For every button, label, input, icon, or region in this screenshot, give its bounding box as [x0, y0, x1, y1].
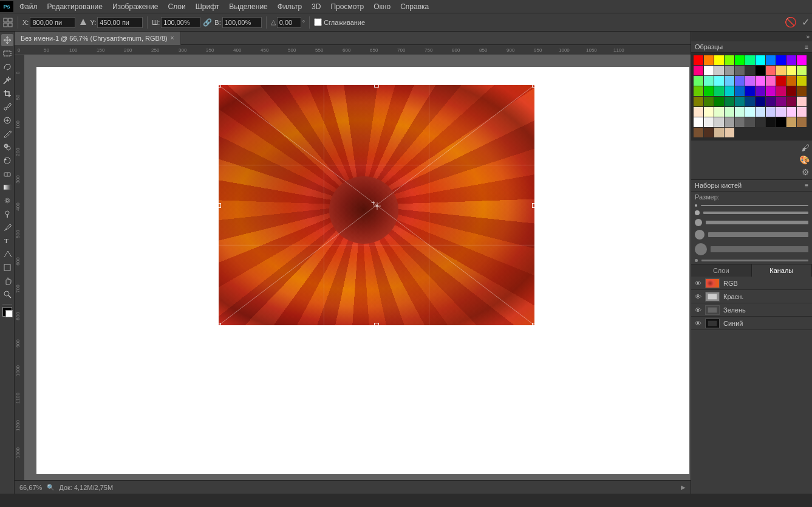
menu-help[interactable]: Справка — [395, 0, 434, 13]
tool-brush[interactable] — [1, 128, 13, 140]
swatch[interactable] — [776, 97, 786, 106]
swatch[interactable] — [756, 86, 765, 96]
tool-eyedropper[interactable] — [1, 101, 13, 113]
y-input[interactable] — [97, 17, 143, 28]
tool-zoom[interactable] — [1, 288, 13, 300]
layers-tab[interactable]: Слои — [691, 264, 752, 277]
swatch[interactable] — [745, 66, 755, 75]
swatches-header[interactable]: Образцы ≡ — [691, 41, 812, 53]
swatch[interactable] — [735, 55, 745, 65]
tool-move[interactable] — [1, 34, 13, 46]
handle-bottom-right[interactable] — [532, 323, 534, 325]
menu-window[interactable]: Окно — [369, 0, 395, 13]
swatch[interactable] — [786, 107, 796, 117]
swatch[interactable] — [694, 107, 703, 117]
swatch[interactable] — [694, 97, 703, 106]
swatch[interactable] — [735, 76, 745, 86]
image-container[interactable] — [219, 85, 534, 325]
swatch[interactable] — [704, 66, 714, 75]
menu-layers[interactable]: Слои — [163, 0, 191, 13]
swatch[interactable] — [714, 128, 724, 137]
swatch[interactable] — [786, 66, 796, 75]
tool-wand[interactable] — [1, 74, 13, 86]
swatch[interactable] — [725, 107, 734, 117]
swatch[interactable] — [725, 97, 734, 106]
scroll-right[interactable]: ▶ — [681, 484, 686, 491]
angle-input[interactable] — [277, 17, 301, 28]
swatch[interactable] — [766, 107, 776, 117]
h-input[interactable] — [222, 17, 262, 28]
handle-top-left[interactable] — [219, 85, 221, 88]
channel-eye-2[interactable]: 👁 — [695, 306, 701, 314]
swatch[interactable] — [797, 86, 807, 96]
swatch[interactable] — [725, 55, 734, 65]
swatch[interactable] — [797, 97, 807, 106]
menu-font[interactable]: Шрифт — [191, 0, 224, 13]
swatch[interactable] — [776, 76, 786, 86]
swatch[interactable] — [776, 86, 786, 96]
swatch[interactable] — [776, 66, 786, 75]
swatch[interactable] — [694, 128, 703, 137]
menu-image[interactable]: Изображение — [107, 0, 163, 13]
swatch[interactable] — [797, 117, 807, 127]
tool-select-rect[interactable] — [1, 47, 13, 60]
swatch[interactable] — [745, 107, 755, 117]
tool-crop[interactable] — [1, 88, 13, 100]
menu-edit[interactable]: Редактирование — [43, 0, 107, 13]
swatch[interactable] — [714, 66, 724, 75]
swatch[interactable] — [766, 55, 776, 65]
swatch[interactable] — [704, 97, 714, 106]
canvas-viewport[interactable] — [24, 55, 691, 480]
tool-lasso[interactable] — [1, 61, 13, 73]
swatch[interactable] — [797, 107, 807, 117]
swatch[interactable] — [797, 66, 807, 75]
swatch[interactable] — [714, 117, 724, 127]
swatch[interactable] — [745, 117, 755, 127]
swatch[interactable] — [756, 107, 765, 117]
swatch[interactable] — [735, 107, 745, 117]
swatches-menu-icon[interactable]: ≡ — [805, 44, 808, 50]
brushes-header[interactable]: Наборы кистей ≡ — [691, 180, 812, 191]
swatch[interactable] — [766, 66, 776, 75]
swatch[interactable] — [745, 86, 755, 96]
x-input[interactable] — [30, 17, 75, 28]
channel-eye-3[interactable]: 👁 — [695, 320, 701, 327]
swatch[interactable] — [714, 76, 724, 86]
swatch[interactable] — [756, 66, 765, 75]
channel-eye-1[interactable]: 👁 — [695, 293, 701, 300]
swatch[interactable] — [745, 55, 755, 65]
swatch[interactable] — [766, 97, 776, 106]
tool-blur[interactable] — [1, 195, 13, 207]
swatch[interactable] — [714, 97, 724, 106]
handle-middle-left[interactable] — [219, 203, 221, 208]
swatch[interactable] — [786, 117, 796, 127]
swatch[interactable] — [756, 117, 765, 127]
brush-preset-5[interactable] — [691, 241, 812, 257]
brush-preset-2[interactable] — [691, 209, 812, 217]
menu-file[interactable]: Файл — [15, 0, 43, 13]
swatch[interactable] — [786, 86, 796, 96]
tool-heal[interactable] — [1, 114, 13, 126]
swatch[interactable] — [745, 97, 755, 106]
swatch[interactable] — [694, 55, 703, 65]
swatch[interactable] — [694, 86, 703, 96]
panel-collapse-arrow[interactable]: » — [691, 32, 812, 41]
swatch[interactable] — [704, 107, 714, 117]
brush-preset-3[interactable] — [691, 217, 812, 228]
swatch[interactable] — [776, 55, 786, 65]
channel-row-красн.[interactable]: 👁Красн. — [691, 290, 812, 303]
panel-icon-2[interactable]: 🎨 — [799, 155, 810, 165]
swatch[interactable] — [704, 55, 714, 65]
tool-gradient[interactable] — [1, 181, 13, 193]
swatch[interactable] — [766, 86, 776, 96]
channels-tab[interactable]: Каналы — [752, 264, 813, 277]
swatch[interactable] — [704, 117, 714, 127]
swatch[interactable] — [756, 55, 765, 65]
tool-history-brush[interactable] — [1, 154, 13, 167]
tool-shape[interactable] — [1, 261, 13, 274]
swatch[interactable] — [786, 76, 796, 86]
tab-close-button[interactable]: × — [171, 35, 174, 41]
swatch[interactable] — [766, 117, 776, 127]
fg-color[interactable] — [2, 307, 12, 317]
bg-color[interactable] — [5, 310, 13, 317]
